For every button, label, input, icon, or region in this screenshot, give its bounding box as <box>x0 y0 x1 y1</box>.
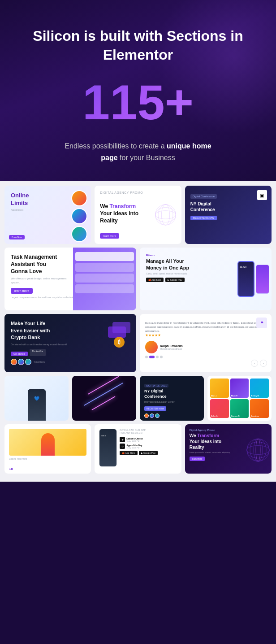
googleplay-btn[interactable]: ▶ Google Play <box>165 278 185 282</box>
appstore-btn[interactable]: 🍎 App Store <box>146 278 164 282</box>
blog-person <box>41 433 55 456</box>
hero-section: Silicon is built with Sections in Elemen… <box>0 0 276 181</box>
svg-point-3 <box>155 211 176 219</box>
transform-dark-sub: Lorem ipsum dolor sit amet, consectetur … <box>190 451 232 453</box>
da-store-icon-1: ★ <box>120 437 125 442</box>
card-crypto[interactable]: Make Your LifeEven Easier withCrypto Ban… <box>4 314 136 372</box>
task-cta[interactable]: learn more <box>11 288 33 294</box>
page-number: 18 <box>9 467 13 471</box>
da-info: Download Our Appfor Any Devices: ★ Edito… <box>120 429 177 469</box>
da-appday-label: App of the Day <box>126 444 142 447</box>
team-member-6: Jonathan <box>250 399 269 418</box>
conf-person-2 <box>150 413 154 418</box>
ny-conf-sub: International Education Center <box>144 400 199 403</box>
crypto-member-count: 4 members <box>34 361 45 363</box>
card-ny-digital[interactable]: Digital Conference NY DigitalConference … <box>185 186 272 244</box>
team-grid: Alan J. Marie P. Ashley M. Erika N. Carm… <box>210 379 269 418</box>
card-neon-lines <box>72 376 136 421</box>
card-team-grid[interactable]: Alan J. Marie P. Ashley M. Erika N. Carm… <box>207 376 272 421</box>
da-appday-sub: Today 11:30 PM <box>126 447 142 449</box>
phone-dark <box>237 261 254 297</box>
conf-person-1 <box>144 413 149 418</box>
svg-point-2 <box>158 205 173 225</box>
team-member-3: Ashley M. <box>250 379 269 398</box>
da-phone <box>99 429 117 467</box>
card-download-app[interactable]: Download Our Appfor Any Devices: ★ Edito… <box>95 424 181 474</box>
row-4: OCT 14-15, 2021 NY DigitalConference Int… <box>4 376 272 421</box>
row-2: Task ManagementAssistant YouGonna Love W… <box>4 248 272 310</box>
conf-person-3 <box>155 413 160 418</box>
blog-info: Click to read more → <box>9 457 86 460</box>
phone-light <box>256 265 269 294</box>
phone-visual <box>206 250 269 308</box>
card-task[interactable]: Task ManagementAssistant YouGonna Love W… <box>4 248 136 310</box>
card-online-limits[interactable]: OnlineLimits Appointment Book Now <box>4 186 91 244</box>
conf-people <box>144 413 199 418</box>
testimonial-name: Ralph Edwards <box>160 344 183 348</box>
da-badge: Download Our Appfor Any Devices: <box>120 429 177 434</box>
da-editor-sub: Today 11:30 PM <box>126 440 142 442</box>
card-transform[interactable]: Digital Agency Promo We TransformYour Id… <box>95 186 181 244</box>
transform-dark-title: We TransformYour Ideas intoReality <box>190 433 232 450</box>
next-arrow[interactable]: › <box>260 360 267 367</box>
task-visual <box>73 248 136 310</box>
transform-dark-badge: Digital Agency Promo <box>190 429 267 431</box>
ny-digital-badge: Digital Conference <box>190 194 217 199</box>
team-member-2: Marie P. <box>230 379 249 398</box>
sphere-visual <box>153 203 178 227</box>
card-blog-person[interactable]: Click to read more → 18 <box>4 424 91 474</box>
card-ny-conf-small[interactable]: OCT 14-15, 2021 NY DigitalConference Int… <box>140 376 204 421</box>
ny-conf-cta[interactable]: REGISTER NOW <box>144 406 166 411</box>
card-phone-hand[interactable] <box>4 376 69 421</box>
online-limits-btn[interactable]: Book Now <box>9 235 25 239</box>
avatars-group <box>71 190 87 242</box>
da-editor-label: Editor's Choice <box>126 437 142 440</box>
svg-point-13 <box>247 442 269 458</box>
svg-point-14 <box>256 439 260 461</box>
da-store-icon-2: ☆ <box>120 444 125 449</box>
svg-rect-6 <box>112 322 130 333</box>
crypto-sub: Get started with us and transfer money a… <box>11 343 70 346</box>
testimonial-stars: ★★★★★ <box>145 333 266 337</box>
task-sub: We offer you great design, online manage… <box>11 277 76 284</box>
row-3: Make Your LifeEven Easier withCrypto Ban… <box>4 314 272 372</box>
row-5: Click to read more → 18 Download Our App… <box>4 424 272 474</box>
da-appstore-btn[interactable]: 🍎 App Store <box>120 451 137 455</box>
card-transform-dark[interactable]: Digital Agency Promo We TransformYour Id… <box>185 424 272 474</box>
task-title: Task ManagementAssistant YouGonna Love <box>11 254 76 275</box>
transform-badge: Digital Agency Promo <box>100 191 176 194</box>
crypto-avatar-3 <box>25 359 31 365</box>
crypto-avatar-1 <box>11 359 17 365</box>
task-bottom: Largest companies around the world use o… <box>11 296 76 299</box>
ny-digital-cta[interactable]: REGISTER NOW <box>190 216 217 220</box>
da-stores: ★ Editor's Choice Today 11:30 PM ☆ App o… <box>120 437 177 449</box>
dot-4[interactable] <box>160 356 163 358</box>
neon-line-1 <box>88 376 119 395</box>
da-appstore-buttons: 🍎 App Store ▶ Google Play <box>120 451 177 455</box>
transform-dark-cta[interactable]: learn more <box>190 457 205 461</box>
crypto-cta1[interactable]: Get Started <box>11 352 28 356</box>
qr-code: ▣ <box>257 190 267 200</box>
da-googleplay-btn[interactable]: ▶ Google Play <box>139 451 158 455</box>
blog-image <box>9 429 86 456</box>
team-member-5: Carmen P. <box>230 399 249 418</box>
transform-cta[interactable]: learn more <box>100 233 119 239</box>
prev-arrow[interactable]: ‹ <box>251 360 258 367</box>
dot-1[interactable] <box>145 356 148 358</box>
avatar-2 <box>71 208 87 224</box>
testimonial-arrows: ‹ › <box>251 360 267 367</box>
sphere-dark <box>245 437 269 461</box>
svg-point-11 <box>250 439 266 461</box>
crypto-cta2[interactable]: Contact Us <box>30 349 46 356</box>
svg-text:₿: ₿ <box>118 339 121 345</box>
hero-number: 115+ <box>18 78 258 127</box>
dot-2[interactable] <box>149 356 155 358</box>
avatar-3 <box>71 226 87 242</box>
mini-phone <box>28 389 46 421</box>
svg-point-0 <box>155 205 176 225</box>
card-money[interactable]: Biteam Manage All YourMoney in One App C… <box>140 248 272 310</box>
team-member-1: Alan J. <box>210 379 229 398</box>
dot-3[interactable] <box>156 356 159 358</box>
svg-point-9 <box>247 439 269 461</box>
row-1: OnlineLimits Appointment Book Now Digita… <box>4 186 272 244</box>
